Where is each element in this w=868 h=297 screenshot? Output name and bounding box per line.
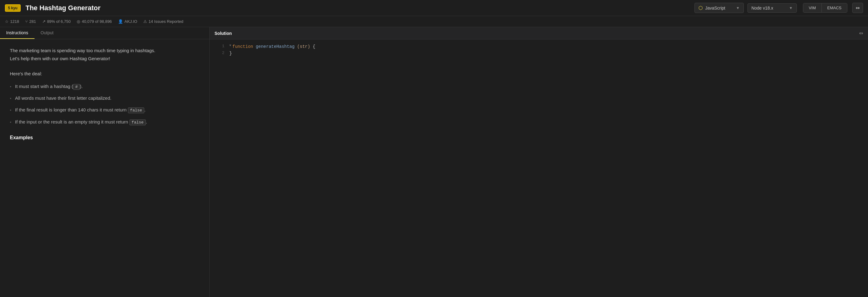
collapse-arrow: ▼ xyxy=(229,43,231,48)
main-layout: Instructions Output The marketing team i… xyxy=(0,27,868,297)
hash-code: # xyxy=(73,84,80,90)
solution-label: Solution xyxy=(215,31,232,36)
bullet-list: ● It must start with a hashtag (#). ● Al… xyxy=(10,83,199,126)
star-icon: ☆ xyxy=(5,19,9,24)
vim-button[interactable]: VIM xyxy=(803,3,822,12)
completion-icon: ↗ xyxy=(42,19,45,24)
false-code-2: false xyxy=(129,119,146,125)
list-item: ● If the input or the result is an empty… xyxy=(10,118,199,126)
solution-expand-icon[interactable]: ⇔ xyxy=(859,30,863,36)
line-num-2: 2 xyxy=(215,50,224,56)
close-brace: } xyxy=(229,50,232,57)
line-num-1: 1 xyxy=(215,43,224,50)
tab-instructions[interactable]: Instructions xyxy=(0,27,34,39)
bullet-dot: ● xyxy=(10,97,11,101)
left-panel: Instructions Output The marketing team i… xyxy=(0,27,210,297)
func-name: generateHashtag xyxy=(256,43,295,50)
author-stat: 👤 AKJ.IO xyxy=(118,19,137,24)
stars-stat: ☆ 1218 xyxy=(5,19,19,24)
completion-stat: ↗ 89% of 6,750 xyxy=(42,19,71,24)
examples-heading: Examples xyxy=(10,133,199,142)
forks-stat: ⑂ 281 xyxy=(25,19,36,24)
kata-title: The Hashtag Generator xyxy=(26,4,100,12)
users-icon: ◎ xyxy=(77,19,80,24)
func-params: (str) xyxy=(297,43,310,50)
bullet-dot: ● xyxy=(10,120,11,125)
kyu-badge: 5 kyu xyxy=(5,4,21,12)
forks-count: 281 xyxy=(29,19,36,24)
warning-icon: ⚠ xyxy=(143,19,147,24)
vim-emacs-group: VIM EMACS xyxy=(803,3,847,13)
language-selector[interactable]: ⬡ JavaScript ▼ xyxy=(694,3,744,13)
author-name: AKJ.IO xyxy=(125,19,137,24)
code-line-1: 1 ▼ function generateHashtag (str) { xyxy=(210,43,868,50)
right-panel: Solution ⇔ 1 ▼ function generateHashtag … xyxy=(210,27,868,297)
solution-bar: Solution ⇔ xyxy=(210,27,868,39)
stats-bar: ☆ 1218 ⑂ 281 ↗ 89% of 6,750 ◎ 40,079 of … xyxy=(0,16,868,27)
fork-icon: ⑂ xyxy=(25,19,28,24)
emacs-button[interactable]: EMACS xyxy=(822,3,847,12)
js-icon: ⬡ xyxy=(699,5,703,11)
intro-text-1: The marketing team is spending way too m… xyxy=(10,47,199,62)
node-chevron-icon: ▼ xyxy=(789,6,793,10)
lang-chevron-icon: ▼ xyxy=(736,6,740,10)
users-stat: ◎ 40,079 of 98,896 xyxy=(77,19,112,24)
deal-heading: Here's the deal: xyxy=(10,70,199,78)
stars-count: 1218 xyxy=(10,19,19,24)
expand-button[interactable]: ⇔ xyxy=(852,3,863,13)
bullet-dot: ● xyxy=(10,108,11,112)
author-icon: 👤 xyxy=(118,19,123,24)
code-line-2: 2 } xyxy=(210,50,868,57)
open-brace: { xyxy=(313,43,315,50)
issues-count: 14 Issues Reported xyxy=(149,19,183,24)
node-selector[interactable]: Node v18.x ▼ xyxy=(747,3,797,13)
list-item: ● If the final result is longer than 140… xyxy=(10,106,199,114)
tab-output[interactable]: Output xyxy=(34,27,60,39)
top-bar: 5 kyu The Hashtag Generator ⬡ JavaScript… xyxy=(0,0,868,16)
keyword-function: function xyxy=(232,43,253,50)
users-count: 40,079 of 98,896 xyxy=(82,19,112,24)
code-editor[interactable]: 1 ▼ function generateHashtag (str) { 2 } xyxy=(210,39,868,297)
node-version: Node v18.x xyxy=(751,5,773,10)
completion-value: 89% of 6,750 xyxy=(47,19,71,24)
bullet-dot: ● xyxy=(10,85,11,89)
list-item: ● All words must have their first letter… xyxy=(10,94,199,102)
false-code-1: false xyxy=(128,107,144,113)
issues-stat: ⚠ 14 Issues Reported xyxy=(143,19,183,24)
tab-bar: Instructions Output xyxy=(0,27,209,39)
list-item: ● It must start with a hashtag (#). xyxy=(10,83,199,90)
instructions-content: The marketing team is spending way too m… xyxy=(0,39,209,297)
language-name: JavaScript xyxy=(705,5,725,10)
